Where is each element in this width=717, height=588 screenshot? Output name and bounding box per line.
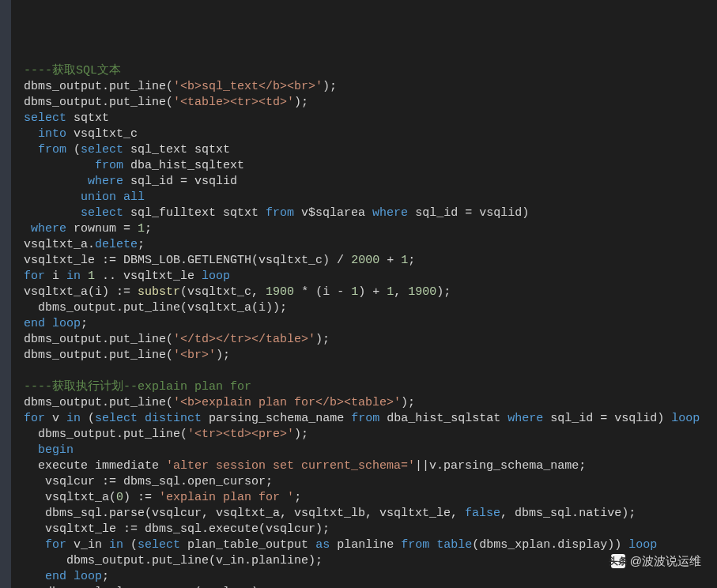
code-line: select sqtxt (24, 111, 717, 126)
code-line: dbms_output.put_line('<b>explain plan fo… (24, 395, 717, 411)
code-line: execute immediate 'alter session set cur… (24, 458, 717, 474)
code-line: into vsqltxt_c (24, 126, 717, 142)
code-line: vsqltxt_le := dbms_sql.execute(vsqlcur); (24, 522, 717, 537)
watermark-handle: @波波说运维 (630, 553, 701, 569)
code-line: vsqltxt_a(i) := substr(vsqltxt_c, 1900 *… (24, 285, 717, 300)
code-line: from (select sql_text sqtxt (24, 142, 717, 158)
code-line: from dba_hist_sqltext (24, 158, 717, 174)
code-line: dbms_output.put_line('<table><tr><td>'); (24, 95, 717, 111)
code-line: for v_in in (select plan_table_output as… (24, 537, 717, 553)
code-line: ----获取执行计划--explain plan for (24, 379, 717, 395)
code-line: vsqlcur := dbms_sql.open_cursor; (24, 474, 717, 490)
code-line: for i in 1 .. vsqltxt_le loop (24, 269, 717, 285)
code-line: dbms_output.put_line('</td></tr></table>… (24, 332, 717, 348)
code-line: dbms_sql.parse(vsqlcur, vsqltxt_a, vsqlt… (24, 506, 717, 522)
code-line: where rownum = 1; (24, 221, 717, 237)
code-line: end loop; (24, 569, 717, 585)
code-line: vsqltxt_a(0) := 'explain plan for '; (24, 490, 717, 506)
code-block: ----获取SQL文本dbms_output.put_line('<b>sql_… (24, 63, 717, 588)
watermark: 头条 @波波说运维 (611, 553, 701, 569)
code-line: where sql_id = vsqlid (24, 174, 717, 190)
code-line: dbms_output.put_line('<b>sql_text</b><br… (24, 79, 717, 95)
code-line: dbms_output.put_line('<tr><td><pre>'); (24, 427, 717, 443)
toutiao-logo-icon: 头条 (611, 554, 625, 568)
code-line: select sql_fulltext sqtxt from v$sqlarea… (24, 205, 717, 221)
code-line: ----获取SQL文本 (24, 63, 717, 79)
code-line: for v in (select distinct parsing_schema… (24, 411, 717, 427)
code-line: union all (24, 190, 717, 205)
code-line: dbms_output.put_line('<br>'); (24, 348, 717, 364)
code-line: vsqltxt_a.delete; (24, 237, 717, 253)
code-line: end loop; (24, 316, 717, 332)
code-line (24, 364, 717, 379)
code-line: vsqltxt_le := DBMS_LOB.GETLENGTH(vsqltxt… (24, 253, 717, 269)
code-line: begin (24, 443, 717, 458)
code-line: dbms_output.put_line(vsqltxt_a(i)); (24, 300, 717, 316)
code-line: dbms_sql.close_cursor(vsqlcur); (24, 585, 717, 588)
